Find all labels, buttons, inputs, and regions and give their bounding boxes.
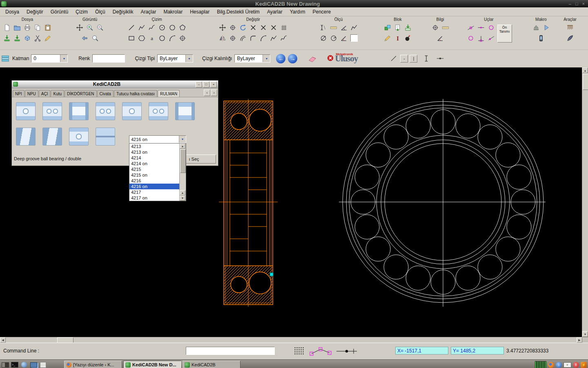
close-icon[interactable]: × — [582, 1, 585, 6]
scroll-down-icon[interactable]: ▼ — [582, 331, 588, 337]
node-edit-tool[interactable] — [228, 22, 238, 33]
undo-button[interactable]: ← — [276, 54, 285, 63]
scroll-up-icon[interactable]: ▲ — [582, 67, 588, 73]
browser-icon[interactable] — [20, 361, 28, 368]
dim-angular-tool[interactable] — [339, 22, 349, 33]
tab-civata[interactable]: Civata — [97, 90, 114, 97]
menu-araclar[interactable]: Araçlar — [137, 8, 160, 16]
bearing-size-combobox[interactable]: 4216 on ▼ — [129, 135, 186, 143]
save-button[interactable] — [2, 33, 12, 43]
horizontal-scroll-thumb[interactable] — [57, 337, 74, 343]
tools-hatch-button[interactable] — [565, 22, 575, 33]
tools-pen-button[interactable] — [565, 33, 575, 43]
tab-npu[interactable]: NPU — [25, 90, 38, 97]
center-mark-tool[interactable] — [178, 33, 187, 43]
macro-load-button[interactable] — [531, 22, 541, 33]
grid-toggle-icon[interactable] — [294, 347, 304, 355]
menu-yardim[interactable]: Yardım — [286, 8, 309, 16]
chamfer-tool[interactable] — [258, 33, 268, 43]
view-3d-button[interactable] — [22, 33, 32, 43]
text-tool[interactable] — [147, 33, 157, 43]
measure-ruler-button[interactable] — [441, 22, 450, 33]
dim-blank-button[interactable] — [349, 33, 359, 43]
bearing-thumbnail-9[interactable] — [42, 128, 62, 146]
dim-vertical-tool[interactable] — [318, 22, 328, 33]
menu-makrolar[interactable]: Makrolar — [160, 8, 186, 16]
zoom-in-button[interactable] — [85, 22, 95, 33]
dim-aligned-tool[interactable] — [329, 22, 339, 33]
block-create-button[interactable] — [393, 22, 403, 33]
editor-icon[interactable] — [39, 361, 47, 368]
zoom-out-button[interactable] — [95, 22, 105, 33]
circle-tool[interactable] — [167, 22, 177, 33]
mirror-tool[interactable] — [218, 33, 227, 43]
menu-olcu[interactable]: Ölçü — [91, 8, 109, 16]
dim-leader-tool[interactable] — [349, 22, 359, 33]
menu-ayarlar[interactable]: Ayarlar — [263, 8, 286, 16]
droplist-scrollbar[interactable]: ▲ ▲ ▼ — [179, 144, 186, 201]
zoom-previous-button[interactable] — [80, 33, 90, 43]
save-as-button[interactable] — [12, 33, 22, 43]
snap-preview-polyline[interactable] — [309, 346, 333, 357]
displays-icon[interactable] — [29, 361, 38, 368]
ellipse-tool[interactable] — [157, 33, 167, 43]
pan-button[interactable] — [75, 22, 85, 33]
fillet-tool[interactable] — [248, 33, 258, 43]
point-marker-button[interactable] — [434, 54, 446, 63]
dim-radius-tool[interactable] — [329, 33, 339, 43]
alert-icon[interactable]: ! — [573, 362, 579, 368]
pipe-button[interactable]: | — [410, 55, 417, 63]
dialog-minimize-icon[interactable]: – — [196, 81, 202, 88]
bearing-thumbnail-7[interactable] — [175, 102, 195, 120]
scroll-up-icon[interactable]: ▲ — [180, 144, 185, 149]
taskbar-window-kedicad[interactable]: KediCAD2B — [183, 361, 241, 368]
terminal-icon[interactable]: >_ — [11, 361, 19, 368]
redo-button[interactable]: → — [288, 54, 297, 63]
dialog-titlebar[interactable]: KediCAD2B – □ × — [12, 81, 218, 88]
copy-button[interactable] — [33, 22, 42, 33]
menu-cizim[interactable]: Çizim — [72, 8, 91, 16]
new-file-button[interactable] — [2, 22, 12, 33]
delete-all-button[interactable] — [327, 54, 334, 63]
canvas-vertical-scrollbar[interactable]: ▲ ▼ — [582, 67, 588, 337]
snap-presets-button[interactable]: Ön Tanımı — [497, 25, 512, 43]
block-export-button[interactable] — [403, 22, 413, 33]
list-item[interactable]: 4215 — [129, 166, 180, 172]
list-item[interactable]: 4214 — [129, 155, 180, 161]
command-input[interactable] — [186, 347, 275, 355]
menu-degistir[interactable]: Değiştir — [23, 8, 47, 16]
system-monitor-icon[interactable] — [535, 361, 546, 368]
measure-angle-button[interactable] — [435, 33, 445, 43]
list-item[interactable]: 4217 on — [129, 195, 180, 201]
taskbar-window-kedicad-drawing[interactable]: KediCAD2B New D... — [123, 361, 181, 368]
text-cursor-button[interactable] — [422, 54, 430, 63]
extend-tool[interactable] — [258, 22, 268, 33]
macro-run-button[interactable] — [541, 22, 551, 33]
scroll-up-icon[interactable]: ▲ — [180, 190, 185, 195]
bearing-thumbnail-2[interactable] — [42, 102, 62, 120]
tab-scroll-right-icon[interactable]: › — [211, 90, 217, 96]
snap-endpoint-button[interactable] — [466, 22, 476, 33]
line-tool[interactable] — [127, 22, 136, 33]
attribute-text-button[interactable] — [393, 33, 403, 43]
bearing-thumbnail-11[interactable] — [96, 128, 115, 146]
line-segment-button[interactable] — [390, 54, 398, 63]
bearing-thumbnail-8[interactable] — [16, 128, 36, 146]
lineweight-select[interactable]: ByLayer ▼ — [234, 54, 270, 63]
snap-perpendicular-button[interactable] — [476, 33, 486, 43]
scroll-down-icon[interactable]: ▼ — [180, 195, 185, 201]
edit-spline-tool[interactable] — [279, 33, 289, 43]
bearing-thumbnail-5[interactable] — [122, 102, 142, 120]
rotate-tool[interactable] — [238, 22, 248, 33]
snap-circle-button[interactable] — [486, 22, 496, 33]
trim-tool[interactable] — [248, 22, 258, 33]
list-item[interactable]: 4215 on — [129, 172, 180, 178]
menu-goruntu[interactable]: Görüntü — [47, 8, 72, 16]
menu-dosya[interactable]: Dosya — [2, 8, 23, 16]
workspace-switcher-icon[interactable] — [1, 361, 9, 368]
bearing-thumbnail-1[interactable] — [16, 102, 36, 120]
taskbar-window-editor[interactable]: [Yazıyı düzenle ‹ K... — [64, 361, 122, 368]
measure-distance-button[interactable] — [430, 22, 440, 33]
rectangle-tool[interactable] — [127, 33, 136, 43]
explode-button[interactable] — [403, 33, 413, 43]
